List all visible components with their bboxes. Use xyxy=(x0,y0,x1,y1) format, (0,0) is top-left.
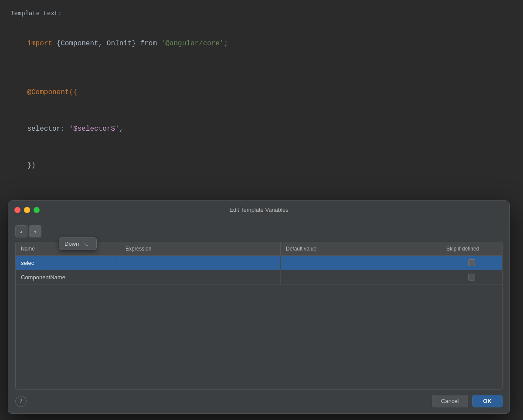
table-cell-skip-1[interactable] xyxy=(441,270,502,284)
maximize-button[interactable] xyxy=(34,207,40,213)
help-button[interactable]: ? xyxy=(15,396,27,407)
col-default-header: Default value xyxy=(281,242,441,255)
ok-button[interactable]: OK xyxy=(472,395,503,407)
dialog-titlebar: Edit Template Variables xyxy=(8,201,509,219)
move-up-button[interactable] xyxy=(15,225,27,237)
tooltip-shortcut: ⌥↓ xyxy=(82,241,91,247)
tooltip-text: Down xyxy=(65,240,79,247)
variables-table: Name Expression Default value Skip if de… xyxy=(15,242,503,390)
code-line-3: @Component({ xyxy=(10,74,513,111)
code-keyword-import: import xyxy=(27,40,56,47)
cancel-button[interactable]: Cancel xyxy=(432,395,468,407)
down-tooltip: Down ⌥↓ xyxy=(59,237,97,250)
table-cell-expression-1[interactable] xyxy=(120,270,281,284)
row-name-0: selec xyxy=(21,260,34,266)
table-empty-area xyxy=(16,285,502,311)
editor-label: Template text: xyxy=(10,9,513,18)
close-button[interactable] xyxy=(14,207,20,213)
dialog-footer: ? Cancel OK xyxy=(15,390,503,407)
dialog-content: Down ⌥↓ Name Expression Default value Sk… xyxy=(8,219,509,413)
footer-buttons: Cancel OK xyxy=(432,395,503,407)
table-cell-name-1: ComponentName xyxy=(16,270,120,284)
code-line-4: selector: '$selector$', xyxy=(10,111,513,147)
edit-template-variables-dialog: Edit Template Variables Down ⌥↓ Name Exp… xyxy=(8,200,510,414)
code-line-2 xyxy=(10,62,513,74)
toolbar-row: Down ⌥↓ xyxy=(15,225,503,237)
col-expression-header: Expression xyxy=(120,242,281,255)
table-cell-default-1[interactable] xyxy=(281,270,441,284)
skip-checkbox-1[interactable] xyxy=(468,274,475,281)
minimize-button[interactable] xyxy=(24,207,30,213)
move-down-button[interactable] xyxy=(29,225,41,237)
table-cell-expression-0[interactable] xyxy=(120,256,281,270)
table-cell-default-0[interactable] xyxy=(281,256,441,270)
table-cell-name-0: selec xyxy=(16,256,120,270)
table-cell-skip-0[interactable] xyxy=(441,256,502,270)
code-line-6 xyxy=(10,184,513,196)
col-skip-header: Skip if defined xyxy=(441,242,502,255)
window-controls xyxy=(14,207,40,213)
code-editor: Template text: import {Component, OnInit… xyxy=(0,0,523,209)
skip-checkbox-0[interactable] xyxy=(468,259,475,266)
arrow-down-icon xyxy=(34,229,37,234)
table-row[interactable]: selec xyxy=(16,256,502,270)
code-line-5: }) xyxy=(10,147,513,184)
code-line-1: import {Component, OnInit} from '@angula… xyxy=(10,25,513,62)
dialog-title: Edit Template Variables xyxy=(229,207,288,213)
row-name-1: ComponentName xyxy=(21,274,65,281)
arrow-up-icon xyxy=(20,229,24,234)
table-row[interactable]: ComponentName xyxy=(16,270,502,285)
help-icon: ? xyxy=(20,398,22,405)
